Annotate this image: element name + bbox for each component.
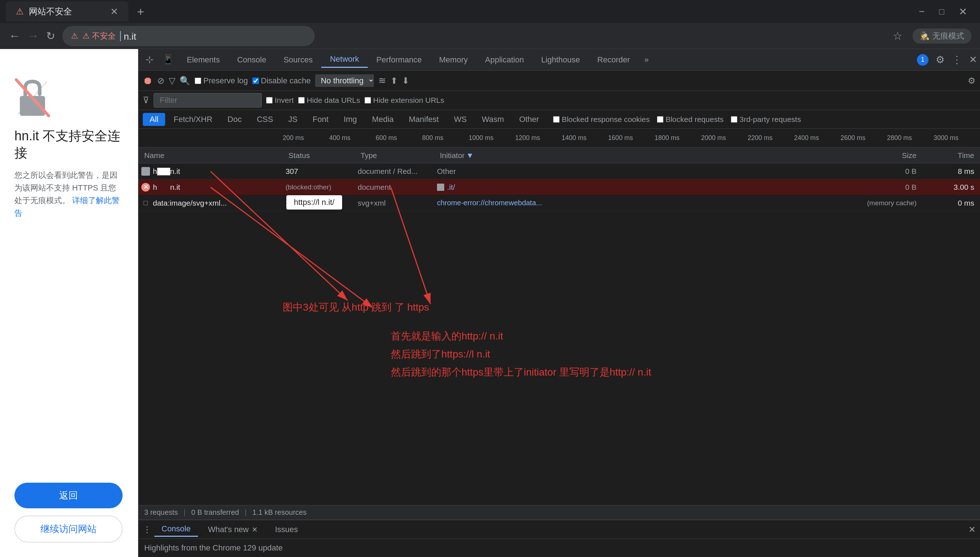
network-conditions-icon[interactable]: ≋: [378, 75, 386, 86]
import-icon[interactable]: ⬆: [390, 76, 398, 86]
inspect-icon[interactable]: ⊹: [141, 54, 158, 65]
annotation-line-1: 首先就是输入的http:// n.it: [391, 329, 503, 343]
filter-toggle-button[interactable]: ▽: [169, 76, 175, 86]
table-row-blocked[interactable]: ✕ hn.it (blocked:other) document .it/ 0 …: [138, 179, 980, 195]
type-btn-ws[interactable]: WS: [447, 113, 473, 126]
preserve-log-checkbox[interactable]: [195, 78, 201, 84]
tick-2400: 2400 ms: [794, 134, 840, 142]
console-tab-issues[interactable]: Issues: [268, 523, 306, 536]
invert-checkbox-label[interactable]: Invert: [266, 96, 294, 104]
network-toolbar: ⏺ ⊘ ▽ 🔍 Preserve log Disable cache No th…: [138, 71, 980, 91]
row-status-2: (blocked:other): [283, 183, 355, 191]
throttle-select[interactable]: No throttling: [315, 74, 374, 87]
back-button-error[interactable]: 返回: [15, 483, 123, 508]
row-initiator-3: chrome-error://chromewebdata...: [434, 199, 847, 207]
table-row[interactable]: hn.it 307 document / Red... Other 0 B 8 …: [138, 163, 980, 179]
network-table: hn.it 307 document / Red... Other 0 B 8 …: [138, 163, 980, 505]
console-tab-whatsnew[interactable]: What's new ✕: [201, 523, 265, 536]
col-header-initiator[interactable]: Initiator ▼: [437, 151, 847, 160]
devtools-tab-console[interactable]: Console: [229, 52, 275, 67]
type-btn-manifest[interactable]: Manifest: [402, 113, 446, 126]
devtools-settings-right-icon[interactable]: ⚙: [968, 76, 976, 86]
search-button[interactable]: 🔍: [180, 76, 190, 86]
devtools-tab-network[interactable]: Network: [321, 52, 368, 68]
tick-2600: 2600 ms: [840, 134, 887, 142]
device-icon[interactable]: 📱: [158, 54, 178, 65]
devtools-tab-application[interactable]: Application: [476, 52, 533, 67]
security-label: ⚠ 不安全: [83, 31, 116, 41]
filter-bar: ⊽ Invert Hide data URLs Hide extension U…: [138, 91, 980, 110]
blocked-response-cookies-label[interactable]: Blocked response cookies: [553, 115, 650, 124]
console-content: Highlights from the Chrome 129 update: [138, 539, 980, 557]
hide-extension-urls-checkbox[interactable]: [364, 97, 371, 104]
hide-extension-urls-label[interactable]: Hide extension URLs: [364, 96, 444, 104]
col-header-type[interactable]: Type: [358, 151, 437, 160]
tab-close-icon[interactable]: ✕: [111, 6, 118, 17]
chat-badge[interactable]: 1: [917, 54, 928, 66]
devtools-tab-lighthouse[interactable]: Lighthouse: [533, 52, 589, 67]
close-icon[interactable]: ✕: [959, 6, 967, 18]
forward-button[interactable]: →: [28, 29, 39, 42]
minimize-icon[interactable]: −: [919, 6, 925, 17]
refresh-button[interactable]: ↻: [46, 29, 55, 42]
browser-tab[interactable]: ⚠ 网站不安全 ✕: [6, 2, 128, 22]
tab-bar: ⚠ 网站不安全 ✕ + − □ ✕: [0, 0, 980, 23]
continue-button[interactable]: 继续访问网站: [15, 516, 123, 542]
devtools-settings-icon[interactable]: ⚙: [936, 54, 945, 66]
type-btn-all[interactable]: All: [143, 113, 165, 126]
type-btn-img[interactable]: Img: [337, 113, 364, 126]
console-close-icon[interactable]: ✕: [969, 524, 976, 535]
table-header: Name Status Type Initiator ▼ Size Time: [138, 148, 980, 163]
devtools-close-icon[interactable]: ✕: [969, 54, 977, 65]
col-header-status[interactable]: Status: [286, 151, 358, 160]
address-input-container[interactable]: ⚠ ⚠ 不安全 n.it: [62, 26, 315, 46]
col-header-time[interactable]: Time: [920, 151, 977, 160]
record-button[interactable]: ⏺: [143, 75, 153, 86]
filter-icon: ⊽: [143, 95, 149, 105]
export-icon[interactable]: ⬇: [402, 76, 409, 86]
invert-checkbox[interactable]: [266, 97, 273, 104]
devtools-tab-more[interactable]: »: [639, 52, 654, 67]
blocked-requests-label[interactable]: Blocked requests: [657, 115, 724, 124]
type-btn-js[interactable]: JS: [281, 113, 304, 126]
error-page: hn.it 不支持安全连接 您之所以会看到此警告，是因为该网站不支持 HTTPS…: [0, 49, 138, 557]
table-row-svg[interactable]: □ data:image/svg+xml... 200 svg+xml chro…: [138, 195, 980, 211]
annotation-line-3: 然后跳到的那个https里带上了initiator 里写明了是http:// n…: [391, 365, 651, 379]
devtools-tab-performance[interactable]: Performance: [368, 52, 431, 67]
back-button[interactable]: ←: [9, 29, 20, 42]
tick-1800: 1800 ms: [655, 134, 701, 142]
blocked-requests-checkbox[interactable]: [657, 116, 663, 123]
blocked-response-cookies-checkbox[interactable]: [553, 116, 559, 123]
type-btn-css[interactable]: CSS: [250, 113, 280, 126]
disable-cache-label[interactable]: Disable cache: [252, 76, 311, 85]
type-btn-doc[interactable]: Doc: [221, 113, 249, 126]
third-party-requests-checkbox[interactable]: [731, 116, 737, 123]
bookmark-icon[interactable]: ☆: [893, 29, 902, 42]
type-btn-other[interactable]: Other: [512, 113, 546, 126]
type-btn-font[interactable]: Font: [306, 113, 335, 126]
preserve-log-label[interactable]: Preserve log: [195, 76, 248, 85]
clear-button[interactable]: ⊘: [157, 76, 164, 86]
col-header-name[interactable]: Name: [141, 151, 286, 160]
devtools-tab-recorder[interactable]: Recorder: [589, 52, 639, 67]
devtools-more-icon[interactable]: ⋮: [952, 54, 962, 66]
type-btn-fetch[interactable]: Fetch/XHR: [167, 113, 219, 126]
console-tab-console[interactable]: Console: [154, 522, 198, 537]
hide-data-urls-label[interactable]: Hide data URLs: [298, 96, 360, 104]
type-btn-media[interactable]: Media: [365, 113, 401, 126]
devtools-tab-sources[interactable]: Sources: [275, 52, 321, 67]
console-more-icon[interactable]: ⋮: [143, 524, 151, 535]
col-header-size[interactable]: Size: [847, 151, 920, 160]
new-tab-button[interactable]: +: [133, 3, 149, 20]
type-btn-wasm[interactable]: Wasm: [475, 113, 511, 126]
devtools-tab-memory[interactable]: Memory: [431, 52, 476, 67]
hide-data-urls-checkbox[interactable]: [298, 97, 305, 104]
disable-cache-checkbox[interactable]: [252, 78, 259, 84]
whatsnew-close-icon[interactable]: ✕: [252, 525, 258, 534]
row-size-1: 0 B: [847, 167, 920, 176]
filter-input[interactable]: [154, 93, 262, 107]
devtools-tab-elements[interactable]: Elements: [178, 52, 229, 67]
third-party-requests-label[interactable]: 3rd-party requests: [731, 115, 801, 124]
tick-1200: 1200 ms: [515, 134, 562, 142]
maximize-icon[interactable]: □: [939, 7, 945, 16]
